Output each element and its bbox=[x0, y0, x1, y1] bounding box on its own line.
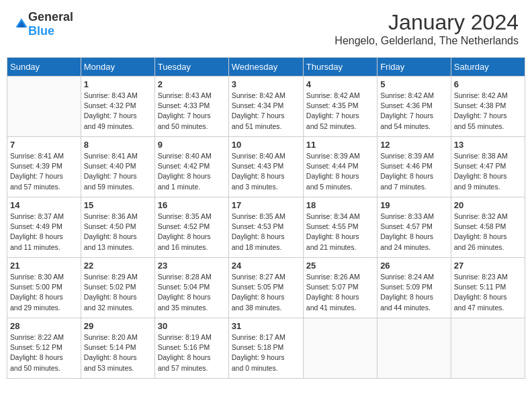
logo-icon bbox=[15, 17, 28, 31]
calendar-day-cell: 26Sunrise: 8:24 AM Sunset: 5:09 PM Dayli… bbox=[378, 258, 451, 318]
day-number: 18 bbox=[306, 200, 374, 210]
day-info: Sunrise: 8:39 AM Sunset: 4:46 PM Dayligh… bbox=[380, 151, 448, 192]
day-number: 2 bbox=[158, 79, 226, 89]
calendar-day-cell: 22Sunrise: 8:29 AM Sunset: 5:02 PM Dayli… bbox=[81, 258, 154, 318]
weekday-header: Thursday bbox=[303, 58, 377, 77]
day-number: 16 bbox=[158, 200, 226, 210]
calendar-day-cell bbox=[378, 318, 451, 379]
day-number: 25 bbox=[306, 261, 374, 271]
day-number: 4 bbox=[306, 79, 374, 89]
calendar-day-cell: 19Sunrise: 8:33 AM Sunset: 4:57 PM Dayli… bbox=[378, 197, 451, 258]
day-number: 1 bbox=[84, 79, 152, 89]
day-number: 31 bbox=[232, 321, 300, 331]
day-info: Sunrise: 8:33 AM Sunset: 4:57 PM Dayligh… bbox=[380, 212, 448, 253]
day-info: Sunrise: 8:34 AM Sunset: 4:55 PM Dayligh… bbox=[306, 212, 374, 253]
day-info: Sunrise: 8:19 AM Sunset: 5:16 PM Dayligh… bbox=[158, 332, 226, 373]
day-number: 7 bbox=[10, 140, 78, 150]
calendar-day-cell: 16Sunrise: 8:35 AM Sunset: 4:52 PM Dayli… bbox=[154, 197, 228, 258]
day-number: 29 bbox=[84, 321, 152, 331]
day-number: 24 bbox=[232, 261, 300, 271]
calendar-day-cell: 12Sunrise: 8:39 AM Sunset: 4:46 PM Dayli… bbox=[378, 137, 451, 197]
day-number: 15 bbox=[84, 200, 152, 210]
calendar-day-cell: 21Sunrise: 8:30 AM Sunset: 5:00 PM Dayli… bbox=[7, 258, 81, 318]
calendar-day-cell: 31Sunrise: 8:17 AM Sunset: 5:18 PM Dayli… bbox=[228, 318, 303, 379]
calendar-day-cell: 30Sunrise: 8:19 AM Sunset: 5:16 PM Dayli… bbox=[154, 318, 228, 379]
calendar-day-cell: 8Sunrise: 8:41 AM Sunset: 4:40 PM Daylig… bbox=[81, 137, 154, 197]
day-info: Sunrise: 8:41 AM Sunset: 4:39 PM Dayligh… bbox=[10, 151, 78, 192]
calendar-day-cell: 25Sunrise: 8:26 AM Sunset: 5:07 PM Dayli… bbox=[303, 258, 377, 318]
calendar-week-row: 14Sunrise: 8:37 AM Sunset: 4:49 PM Dayli… bbox=[7, 197, 525, 258]
day-info: Sunrise: 8:32 AM Sunset: 4:58 PM Dayligh… bbox=[454, 212, 522, 253]
day-info: Sunrise: 8:43 AM Sunset: 4:33 PM Dayligh… bbox=[158, 91, 226, 132]
weekday-header: Saturday bbox=[451, 58, 525, 77]
calendar-week-row: 1Sunrise: 8:43 AM Sunset: 4:32 PM Daylig… bbox=[7, 77, 525, 137]
day-info: Sunrise: 8:26 AM Sunset: 5:07 PM Dayligh… bbox=[306, 272, 374, 313]
day-info: Sunrise: 8:27 AM Sunset: 5:05 PM Dayligh… bbox=[232, 272, 300, 313]
day-number: 11 bbox=[306, 140, 374, 150]
day-info: Sunrise: 8:36 AM Sunset: 4:50 PM Dayligh… bbox=[84, 212, 152, 253]
day-info: Sunrise: 8:39 AM Sunset: 4:44 PM Dayligh… bbox=[306, 151, 374, 192]
day-info: Sunrise: 8:37 AM Sunset: 4:49 PM Dayligh… bbox=[10, 212, 78, 253]
calendar-day-cell: 15Sunrise: 8:36 AM Sunset: 4:50 PM Dayli… bbox=[81, 197, 154, 258]
day-number: 6 bbox=[454, 79, 522, 89]
calendar-day-cell: 10Sunrise: 8:40 AM Sunset: 4:43 PM Dayli… bbox=[228, 137, 303, 197]
calendar-day-cell: 9Sunrise: 8:40 AM Sunset: 4:42 PM Daylig… bbox=[154, 137, 228, 197]
calendar-day-cell: 2Sunrise: 8:43 AM Sunset: 4:33 PM Daylig… bbox=[154, 77, 228, 137]
day-info: Sunrise: 8:40 AM Sunset: 4:43 PM Dayligh… bbox=[232, 151, 300, 192]
day-number: 9 bbox=[158, 140, 226, 150]
calendar-day-cell: 6Sunrise: 8:42 AM Sunset: 4:38 PM Daylig… bbox=[451, 77, 525, 137]
day-info: Sunrise: 8:28 AM Sunset: 5:04 PM Dayligh… bbox=[158, 272, 226, 313]
logo: General Blue bbox=[13, 10, 73, 38]
weekday-header: Wednesday bbox=[228, 58, 303, 77]
weekday-header: Friday bbox=[378, 58, 451, 77]
day-info: Sunrise: 8:40 AM Sunset: 4:42 PM Dayligh… bbox=[158, 151, 226, 192]
day-info: Sunrise: 8:38 AM Sunset: 4:47 PM Dayligh… bbox=[454, 151, 522, 192]
day-number: 26 bbox=[380, 261, 448, 271]
location: Hengelo, Gelderland, The Netherlands bbox=[335, 35, 519, 47]
day-number: 13 bbox=[454, 140, 522, 150]
weekday-header: Monday bbox=[81, 58, 154, 77]
logo-general: General bbox=[28, 10, 73, 24]
day-number: 23 bbox=[158, 261, 226, 271]
calendar-week-row: 7Sunrise: 8:41 AM Sunset: 4:39 PM Daylig… bbox=[7, 137, 525, 197]
calendar-day-cell bbox=[451, 318, 525, 379]
day-info: Sunrise: 8:23 AM Sunset: 5:11 PM Dayligh… bbox=[454, 272, 522, 313]
day-number: 28 bbox=[10, 321, 78, 331]
day-number: 5 bbox=[380, 79, 448, 89]
day-number: 30 bbox=[158, 321, 226, 331]
day-number: 10 bbox=[232, 140, 300, 150]
calendar-day-cell: 14Sunrise: 8:37 AM Sunset: 4:49 PM Dayli… bbox=[7, 197, 81, 258]
day-info: Sunrise: 8:41 AM Sunset: 4:40 PM Dayligh… bbox=[84, 151, 152, 192]
day-number: 14 bbox=[10, 200, 78, 210]
day-info: Sunrise: 8:24 AM Sunset: 5:09 PM Dayligh… bbox=[380, 272, 448, 313]
day-info: Sunrise: 8:20 AM Sunset: 5:14 PM Dayligh… bbox=[84, 332, 152, 373]
day-number: 12 bbox=[380, 140, 448, 150]
day-info: Sunrise: 8:42 AM Sunset: 4:36 PM Dayligh… bbox=[380, 91, 448, 132]
day-info: Sunrise: 8:42 AM Sunset: 4:38 PM Dayligh… bbox=[454, 91, 522, 132]
calendar-day-cell: 24Sunrise: 8:27 AM Sunset: 5:05 PM Dayli… bbox=[228, 258, 303, 318]
calendar-day-cell: 23Sunrise: 8:28 AM Sunset: 5:04 PM Dayli… bbox=[154, 258, 228, 318]
calendar-week-row: 28Sunrise: 8:22 AM Sunset: 5:12 PM Dayli… bbox=[7, 318, 525, 379]
calendar-day-cell: 17Sunrise: 8:35 AM Sunset: 4:53 PM Dayli… bbox=[228, 197, 303, 258]
calendar-week-row: 21Sunrise: 8:30 AM Sunset: 5:00 PM Dayli… bbox=[7, 258, 525, 318]
page-header: General Blue January 2024 Hengelo, Gelde… bbox=[7, 7, 525, 50]
day-info: Sunrise: 8:29 AM Sunset: 5:02 PM Dayligh… bbox=[84, 272, 152, 313]
calendar-day-cell: 1Sunrise: 8:43 AM Sunset: 4:32 PM Daylig… bbox=[81, 77, 154, 137]
title-section: January 2024 Hengelo, Gelderland, The Ne… bbox=[335, 10, 519, 47]
day-number: 27 bbox=[454, 261, 522, 271]
calendar-day-cell: 5Sunrise: 8:42 AM Sunset: 4:36 PM Daylig… bbox=[378, 77, 451, 137]
day-info: Sunrise: 8:43 AM Sunset: 4:32 PM Dayligh… bbox=[84, 91, 152, 132]
calendar-day-cell bbox=[303, 318, 377, 379]
weekday-header-row: SundayMondayTuesdayWednesdayThursdayFrid… bbox=[7, 58, 525, 77]
day-number: 3 bbox=[232, 79, 300, 89]
calendar-day-cell: 20Sunrise: 8:32 AM Sunset: 4:58 PM Dayli… bbox=[451, 197, 525, 258]
day-info: Sunrise: 8:42 AM Sunset: 4:35 PM Dayligh… bbox=[306, 91, 374, 132]
calendar-day-cell: 27Sunrise: 8:23 AM Sunset: 5:11 PM Dayli… bbox=[451, 258, 525, 318]
calendar-day-cell: 4Sunrise: 8:42 AM Sunset: 4:35 PM Daylig… bbox=[303, 77, 377, 137]
calendar-day-cell: 13Sunrise: 8:38 AM Sunset: 4:47 PM Dayli… bbox=[451, 137, 525, 197]
day-info: Sunrise: 8:42 AM Sunset: 4:34 PM Dayligh… bbox=[232, 91, 300, 132]
calendar-day-cell bbox=[7, 77, 81, 137]
day-number: 8 bbox=[84, 140, 152, 150]
day-number: 17 bbox=[232, 200, 300, 210]
calendar-day-cell: 3Sunrise: 8:42 AM Sunset: 4:34 PM Daylig… bbox=[228, 77, 303, 137]
